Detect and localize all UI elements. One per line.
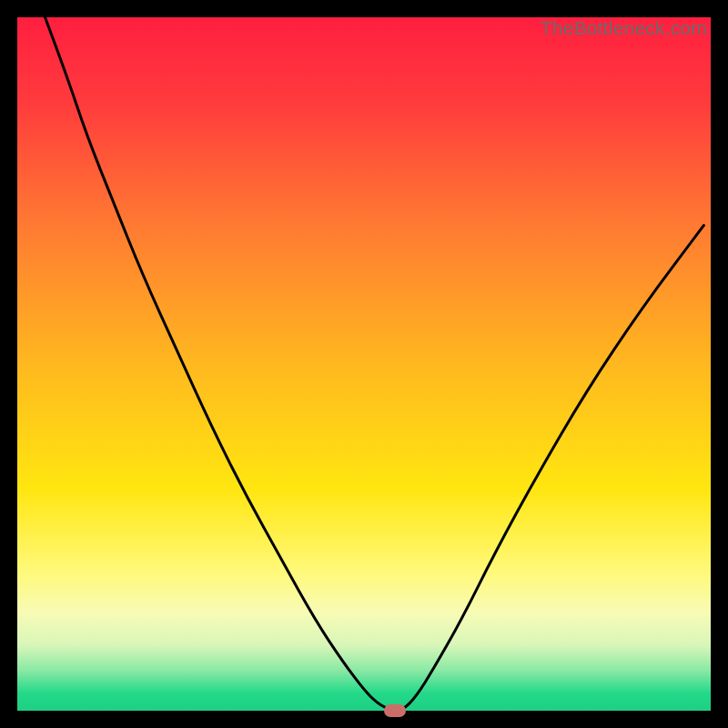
watermark-text: TheBottleneck.com <box>541 17 707 39</box>
bottleneck-chart <box>17 17 711 711</box>
chart-frame: TheBottleneck.com <box>17 17 711 711</box>
gradient-background <box>17 17 711 711</box>
optimal-balance-marker <box>384 704 406 717</box>
